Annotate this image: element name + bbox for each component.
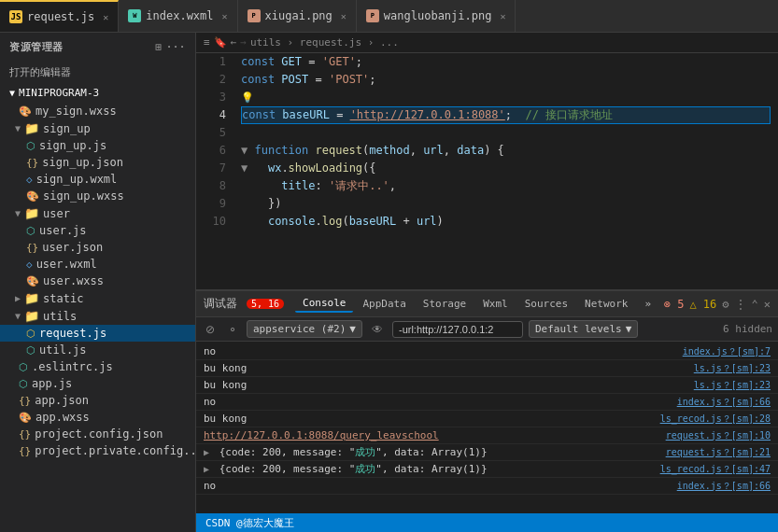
log-level-selector[interactable]: Default levels ▼ [529,320,638,338]
breadcrumb-forward[interactable]: → [240,36,247,49]
line-num-9: 9 [196,195,226,213]
sidebar-item-user-wxml[interactable]: ◇ user.wxml [0,256,195,273]
sidebar-folder-sign-up[interactable]: ▼ 📁 sign_up [0,119,195,137]
sidebar-item-sign-up-js[interactable]: ⬡ sign_up.js [0,137,195,154]
tab-request-js[interactable]: JS request.js ✕ [0,0,119,32]
sidebar-item-eslintrc[interactable]: ⬡ .eslintrc.js [0,358,195,375]
console-line-source[interactable]: request.js？[sm]:10 [666,429,771,442]
tab-close-icon[interactable]: ✕ [341,11,347,21]
console-line-source[interactable]: ls_recod.js？[sm]:47 [660,463,771,476]
sidebar-item-my-sign-wxss[interactable]: 🎨 my_sign.wxss [0,103,195,119]
devtools-tab-appdata[interactable]: AppData [355,296,413,312]
tab-wangluobanji-png[interactable]: P wangluobanji.png ✕ [357,0,516,32]
more-dots-icon[interactable]: ⋮ [735,298,746,311]
filter-button[interactable]: ⚬ [224,321,241,338]
code-line-2: const POST = 'POST'; [241,71,771,89]
console-line-source[interactable]: ls_recod.js？[sm]:28 [660,413,771,426]
console-line-source[interactable]: index.js？[sm]:66 [677,480,771,493]
filename: .eslintrc.js [32,360,113,373]
eye-button[interactable]: 👁 [368,321,387,338]
sidebar-item-project-config[interactable]: {} project.config.json [0,426,195,442]
minimize-icon[interactable]: ⌃ [752,298,758,311]
sidebar-item-sign-up-json[interactable]: {} sign_up.json [0,154,195,171]
project-label: MINIPROGRAM-3 [19,87,99,99]
status-bar: CSDN @德宏大魔王 [196,513,778,532]
minimap-icon[interactable]: ≡ [204,36,210,49]
clear-console-button[interactable]: ⊘ [202,321,219,338]
line-num-7: 7 [196,160,226,177]
expand-arrow-1[interactable]: ▶ [204,447,209,457]
more-icon[interactable]: ··· [166,41,186,53]
hidden-count: 6 hidden [723,323,772,335]
folder-name-user: user [43,207,70,220]
settings-icon[interactable]: ⚙ [722,298,728,311]
sidebar-item-user-js[interactable]: ⬡ user.js [0,222,195,239]
expand-arrow-2[interactable]: ▶ [204,464,209,474]
code-line-5 [241,124,771,142]
collapse-arrow: ▼ [9,88,15,98]
js-icon: JS [9,10,22,23]
level-arrow: ▼ [626,323,632,335]
code-content[interactable]: const GET = 'GET'; const POST = 'POST'; … [233,53,778,289]
folder-name: sign_up [43,122,91,135]
console-line-source[interactable]: ls.js？[sm]:23 [694,362,771,375]
tab-xiugai-png[interactable]: P xiugai.png ✕ [238,0,357,32]
devtools-tab-sources[interactable]: Sources [517,296,575,312]
folder-icon-sign-up: 📁 [24,121,39,135]
sidebar-item-sign-up-wxss[interactable]: 🎨 sign_up.wxss [0,188,195,204]
sidebar-item-util-js[interactable]: ⬡ util.js [0,342,195,358]
line-num-6: 6 [196,142,226,160]
sidebar-title: 资源管理器 [9,40,64,54]
url-filter-input[interactable] [392,321,523,338]
close-panel-icon[interactable]: ✕ [764,298,771,311]
code-line-9: }) [241,195,771,213]
log-level-label: Default levels [535,323,622,335]
json-file-icon: {} [26,242,38,254]
sidebar-folder-user[interactable]: ▼ 📁 user [0,204,195,222]
console-line-bukong3: bu kong ls_recod.js？[sm]:28 [196,411,778,427]
console-line-source[interactable]: ls.js？[sm]:23 [694,379,771,392]
console-toolbar: ⊘ ⚬ appservice (#2) ▼ 👁 Default levels ▼… [196,317,778,342]
sidebar-item-sign-up-wxml[interactable]: ◇ sign_up.wxml [0,171,195,188]
console-output[interactable]: no index.js？[sm]:7 bu kong ls.js？[sm]:23… [196,342,778,513]
console-line-source[interactable]: index.js？[sm]:7 [683,345,771,358]
sidebar-header: 资源管理器 ⊞ ··· [0,33,195,62]
sidebar-item-app-wxss[interactable]: 🎨 app.wxss [0,409,195,426]
sidebar-folder-utils[interactable]: ▼ 📁 utils [0,307,195,325]
filename: sign_up.js [39,139,106,152]
project-section[interactable]: ▼ MINIPROGRAM-3 [0,83,195,103]
devtools-tab-storage[interactable]: Storage [416,296,474,312]
sidebar-item-project-private[interactable]: {} project.private.config... › [0,442,195,459]
breadcrumb-back[interactable]: ← [231,36,237,49]
console-line-source[interactable]: index.js？[sm]:66 [677,396,771,409]
sidebar-item-user-json[interactable]: {} user.json [0,239,195,256]
filename: app.json [35,394,89,407]
appservice-selector[interactable]: appservice (#2) ▼ [247,320,362,338]
console-line-link[interactable]: http://127.0.0.1:8088/query_leavschool [204,429,439,441]
tab-close-icon[interactable]: ✕ [222,11,228,21]
sidebar-item-app-json[interactable]: {} app.json [0,392,195,409]
console-line-source[interactable]: request.js？[sm]:21 [666,446,771,459]
sidebar-folder-static[interactable]: ▶ 📁 static [0,289,195,307]
wxml-file-icon: ◇ [26,174,33,186]
open-editors-section[interactable]: 打开的编辑器 [0,62,195,83]
filename: project.private.config... [35,444,195,457]
devtools-tab-network[interactable]: Network [577,296,635,312]
tab-index-wxml[interactable]: W index.wxml ✕ [119,0,237,32]
devtools-tab-console[interactable]: Console [295,295,353,313]
tab-label: request.js [27,10,94,23]
tab-close-icon[interactable]: ✕ [103,12,108,22]
sidebar-item-user-wxss[interactable]: 🎨 user.wxss [0,273,195,289]
js-file-icon: ⬡ [19,361,28,373]
folder-arrow-user: ▼ [15,208,21,218]
sidebar-item-app-js[interactable]: ⬡ app.js [0,375,195,392]
sidebar-header-icons: ⊞ ··· [156,41,187,53]
devtools-tab-wxml[interactable]: Wxml [475,296,516,312]
sidebar-item-request-js[interactable]: ⬡ request.js [0,325,195,342]
tab-close-icon[interactable]: ✕ [500,11,505,21]
bookmark-icon[interactable]: 🔖 [214,36,227,49]
js-file-icon: ⬡ [26,344,35,357]
js-file-icon: ⬡ [26,140,35,152]
devtools-tab-more[interactable]: » [637,296,658,312]
new-file-icon[interactable]: ⊞ [156,41,163,53]
